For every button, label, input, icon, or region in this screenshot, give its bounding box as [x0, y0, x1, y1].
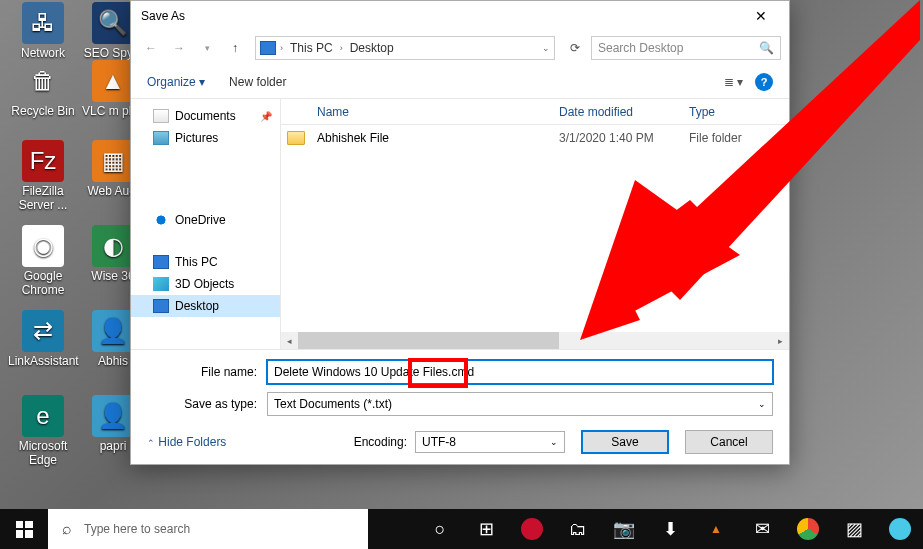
desktop-icon[interactable]: 🖧Network [8, 2, 78, 60]
app-icon: 🗑 [22, 60, 64, 102]
back-icon[interactable]: ← [139, 36, 163, 60]
chevron-right-icon[interactable]: › [280, 43, 283, 53]
nav-row: ← → ▾ ↑ › This PC › Desktop ⌄ ⟳ Search D… [131, 31, 789, 65]
up-icon[interactable]: ↑ [223, 36, 247, 60]
help-icon[interactable]: ? [755, 73, 773, 91]
pictures-icon [153, 131, 169, 145]
onedrive-icon [153, 213, 169, 227]
taskbar-search-placeholder: Type here to search [84, 522, 190, 536]
file-list: Name Date modified Type Abhishek File 3/… [281, 99, 789, 349]
sidebar-item-3d[interactable]: 3D Objects [131, 273, 280, 295]
toolbar: Organize ▾ New folder ≣ ▾ ? [131, 65, 789, 99]
new-folder-button[interactable]: New folder [229, 75, 286, 89]
taskbar-search[interactable]: ⌕ Type here to search [48, 509, 368, 549]
icon-label: LinkAssistant [8, 354, 78, 368]
sidebar-item-documents[interactable]: Documents📌 [131, 105, 280, 127]
chevron-right-icon[interactable]: › [340, 43, 343, 53]
refresh-icon[interactable]: ⟳ [563, 36, 587, 60]
col-name[interactable]: Name [311, 105, 559, 119]
search-icon: ⌕ [62, 520, 72, 538]
taskview-icon[interactable]: ⊞ [463, 509, 509, 549]
encoding-label: Encoding: [354, 435, 407, 449]
app-icon[interactable]: ▨ [831, 509, 877, 549]
cancel-button[interactable]: Cancel [685, 430, 773, 454]
chevron-down-icon[interactable]: ⌄ [542, 43, 550, 53]
save-button[interactable]: Save [581, 430, 669, 454]
browser-icon[interactable] [877, 509, 923, 549]
camera-icon[interactable]: 📷 [601, 509, 647, 549]
app-icon: 🔍 [92, 2, 134, 44]
encoding-select[interactable]: UTF-8⌄ [415, 431, 565, 453]
filename-label: File name: [147, 365, 267, 379]
file-type: File folder [689, 131, 789, 145]
titlebar: Save As ✕ [131, 1, 789, 31]
sidebar-item-thispc[interactable]: This PC [131, 251, 280, 273]
breadcrumb-current[interactable]: Desktop [347, 41, 397, 55]
close-icon[interactable]: ✕ [741, 2, 781, 30]
horizontal-scrollbar[interactable]: ◂ ▸ [281, 332, 789, 349]
address-bar[interactable]: › This PC › Desktop ⌄ [255, 36, 555, 60]
sidebar-item-desktop[interactable]: Desktop [131, 295, 280, 317]
sidebar-item-pictures[interactable]: Pictures [131, 127, 280, 149]
app-icon: 👤 [92, 395, 134, 437]
windows-icon [16, 521, 33, 538]
recent-icon[interactable]: ▾ [195, 36, 219, 60]
search-placeholder: Search Desktop [598, 41, 683, 55]
file-row[interactable]: Abhishek File 3/1/2020 1:40 PM File fold… [281, 125, 789, 151]
app-icon: ▲ [92, 60, 134, 102]
search-icon: 🔍 [759, 41, 774, 55]
explorer-icon[interactable]: 🗂 [555, 509, 601, 549]
app-icon: ◐ [92, 225, 134, 267]
bottom-panel: File name: Save as type: Text Documents … [131, 349, 789, 464]
icon-label: FileZilla Server ... [8, 184, 78, 212]
desktop-icon [153, 299, 169, 313]
search-input[interactable]: Search Desktop 🔍 [591, 36, 781, 60]
icon-label: Network [8, 46, 78, 60]
organize-menu[interactable]: Organize ▾ [147, 75, 205, 89]
app-icon: ◉ [22, 225, 64, 267]
vlc-icon[interactable]: ▲ [693, 509, 739, 549]
start-button[interactable] [0, 509, 48, 549]
file-date: 3/1/2020 1:40 PM [559, 131, 689, 145]
view-icon[interactable]: ≣ ▾ [724, 75, 743, 89]
sidebar: Documents📌 Pictures OneDrive This PC 3D … [131, 99, 281, 349]
chevron-down-icon: ⌄ [758, 399, 766, 409]
app-icon: e [22, 395, 64, 437]
breadcrumb-root[interactable]: This PC [287, 41, 336, 55]
sidebar-item-onedrive[interactable]: OneDrive [131, 209, 280, 231]
folder-icon [287, 131, 305, 145]
desktop-icon[interactable]: 🗑Recycle Bin [8, 60, 78, 118]
mail-icon[interactable]: ✉ [739, 509, 785, 549]
app-icon: Fz [22, 140, 64, 182]
dialog-title: Save As [139, 9, 741, 23]
col-date[interactable]: Date modified [559, 105, 689, 119]
desktop-icon[interactable]: FzFileZilla Server ... [8, 140, 78, 212]
scroll-left-icon[interactable]: ◂ [281, 332, 298, 349]
icon-label: Recycle Bin [8, 104, 78, 118]
filename-input[interactable] [267, 360, 773, 384]
scroll-right-icon[interactable]: ▸ [772, 332, 789, 349]
desktop-icon[interactable]: ⇄LinkAssistant [8, 310, 78, 368]
chrome-icon[interactable] [785, 509, 831, 549]
column-headers: Name Date modified Type [281, 99, 789, 125]
pin-icon: 📌 [260, 111, 272, 122]
desktop-icon[interactable]: eMicrosoft Edge [8, 395, 78, 467]
desktop-icon[interactable]: ◉Google Chrome [8, 225, 78, 297]
app-icon: 🖧 [22, 2, 64, 44]
hide-folders-toggle[interactable]: ⌃ Hide Folders [147, 435, 226, 449]
app-icon: ⇄ [22, 310, 64, 352]
idm-icon[interactable]: ⬇ [647, 509, 693, 549]
chevron-down-icon: ⌄ [550, 437, 558, 447]
col-type[interactable]: Type [689, 105, 789, 119]
saveastype-select[interactable]: Text Documents (*.txt)⌄ [267, 392, 773, 416]
icon-label: Microsoft Edge [8, 439, 78, 467]
pc-icon [260, 41, 276, 55]
saveastype-label: Save as type: [147, 397, 267, 411]
scroll-thumb[interactable] [298, 332, 559, 349]
forward-icon: → [167, 36, 191, 60]
cortana-icon[interactable]: ○ [417, 509, 463, 549]
app-icon: ▦ [92, 140, 134, 182]
opera-icon[interactable] [509, 509, 555, 549]
file-name: Abhishek File [311, 131, 559, 145]
3d-objects-icon [153, 277, 169, 291]
